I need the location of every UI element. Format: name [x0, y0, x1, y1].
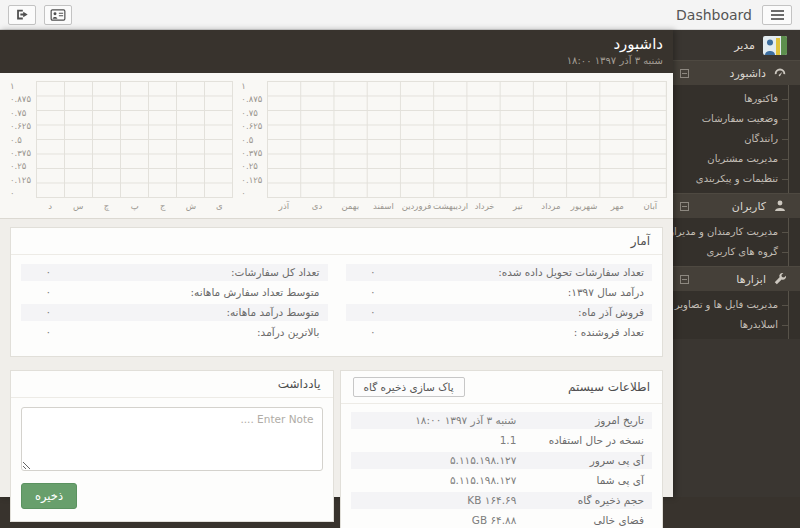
system-info-title: اطلاعات سیستم	[568, 380, 650, 394]
weekly-chart: ۱۰.۸۷۵ ۰.۷۵۰.۶۲۵ ۰.۵۰.۳۷۵ ۰.۲۵۰.۱۲۵ ۰ دس…	[6, 81, 233, 214]
stat-row: تعداد فروشنده : ۰	[346, 324, 653, 341]
logout-icon	[15, 8, 29, 21]
monthly-chart-plot	[267, 81, 667, 198]
sidebar-section-label: کاربران	[732, 200, 766, 213]
sidebar-item-settings[interactable]: تنظیمات و پیکربندی	[673, 169, 800, 189]
submenu-tools: مدیریت فایل ها و تصاویر اسلایدرها	[673, 291, 800, 339]
collapse-icon[interactable]	[680, 69, 689, 78]
stat-row: تعداد سفارشات تحویل داده شده: ۰	[346, 264, 653, 281]
system-row: فضای خالی GB ۶۴.۸۸	[351, 512, 653, 528]
stat-row: فروش آذر ماه: ۰	[346, 304, 653, 321]
stat-row: بالاترین درآمد: ۰	[21, 324, 328, 341]
avatar	[763, 36, 787, 55]
topbar: Dashboard	[0, 0, 800, 30]
system-row: آی پی شما ۵.۱۱۵.۱۹۸.۱۲۷	[351, 472, 653, 489]
collapse-icon[interactable]	[680, 202, 689, 211]
system-value: ۵.۱۱۵.۱۹۸.۱۲۷	[450, 472, 516, 489]
system-row: آی پی سرور ۵.۱۱۵.۱۹۸.۱۲۷	[351, 452, 653, 469]
sidebar-section-tools[interactable]: ابزارها	[673, 266, 800, 291]
id-card-icon	[50, 9, 66, 21]
stat-row: متوسط درآمد ماهانه: ۰	[21, 304, 328, 321]
system-info-header: اطلاعات سیستم پاک سازی ذخیره گاه	[341, 371, 663, 404]
monthly-chart: ۱۰.۸۷۵ ۰.۷۵۰.۶۲۵ ۰.۵۰.۳۷۵ ۰.۲۵۰.۱۲۵ ۰ آذ…	[237, 81, 667, 214]
stats-title: آمار	[631, 234, 650, 248]
system-value: ۵.۱۱۵.۱۹۸.۱۲۷	[450, 452, 516, 469]
gauge-icon	[773, 66, 787, 80]
system-row: تاریخ امروز شنبه ۳ آذر ۱۳۹۷ ۱۸:۰۰	[351, 412, 653, 429]
stat-value: ۰	[370, 264, 376, 281]
submenu-dashboard: فاکتورها وضعیت سفارشات رانندگان مدیریت م…	[673, 85, 800, 193]
submenu-users: مدیریت کارمندان و مدیران گروه های کاربری	[673, 218, 800, 266]
stat-row: تعداد کل سفارشات: ۰	[21, 264, 328, 281]
sidebar-item-file-manager[interactable]: مدیریت فایل ها و تصاویر	[673, 295, 800, 315]
stat-value: ۰	[46, 284, 52, 301]
user-profile[interactable]: مدیر	[673, 30, 800, 60]
system-value: KB ۱۶۴.۶۹	[467, 492, 516, 509]
sidebar-item-sliders[interactable]: اسلایدرها	[673, 315, 800, 335]
stat-value: ۰	[370, 304, 376, 321]
system-info-panel: اطلاعات سیستم پاک سازی ذخیره گاه تاریخ ا…	[340, 370, 664, 528]
stat-value: ۰	[46, 304, 52, 321]
sidebar-item-staff-admins[interactable]: مدیریت کارمندان و مدیران	[673, 222, 800, 242]
users-icon	[773, 199, 787, 213]
sidebar-item-user-groups[interactable]: گروه های کاربری	[673, 242, 800, 262]
notes-header: یادداشت	[11, 371, 333, 398]
sidebar-section-dashboard[interactable]: داشبورد	[673, 60, 800, 85]
stat-value: ۰	[46, 324, 52, 341]
note-input[interactable]	[21, 407, 323, 471]
system-row: حجم ذخیره گاه KB ۱۶۴.۶۹	[351, 492, 653, 509]
stats-panel: آمار تعداد سفارشات تحویل داده شده: ۰ درآ…	[10, 227, 663, 357]
logout-button[interactable]	[8, 5, 36, 25]
sidebar-toggle-button[interactable]	[762, 5, 792, 25]
page-date: شنبه ۳ آذر ۱۳۹۷ ۱۸:۰۰	[10, 55, 663, 66]
charts-strip: ۱۰.۸۷۵ ۰.۷۵۰.۶۲۵ ۰.۵۰.۳۷۵ ۰.۲۵۰.۱۲۵ ۰ آذ…	[0, 73, 673, 219]
collapse-icon[interactable]	[680, 275, 689, 284]
bottom-row: اطلاعات سیستم پاک سازی ذخیره گاه تاریخ ا…	[10, 370, 663, 528]
stat-value: ۰	[370, 324, 376, 341]
topbar-title: Dashboard	[676, 7, 752, 23]
sidebar-section-label: ابزارها	[736, 273, 766, 286]
clear-cache-button[interactable]: پاک سازی ذخیره گاه	[353, 377, 465, 397]
stat-row: متوسط تعداد سفارش ماهانه: ۰	[21, 284, 328, 301]
sidebar-item-drivers[interactable]: رانندگان	[673, 129, 800, 149]
tools-icon	[773, 272, 787, 286]
stat-row: درآمد سال ۱۳۹۷: ۰	[346, 284, 653, 301]
stats-panel-header: آمار	[11, 228, 662, 255]
sidebar-item-invoices[interactable]: فاکتورها	[673, 89, 800, 109]
stats-column-left: تعداد کل سفارشات: ۰ متوسط تعداد سفارش ما…	[21, 264, 328, 344]
system-value: شنبه ۳ آذر ۱۳۹۷ ۱۸:۰۰	[415, 412, 516, 429]
stats-column-right: تعداد سفارشات تحویل داده شده: ۰ درآمد سا…	[346, 264, 653, 344]
sidebar-nav: داشبورد فاکتورها وضعیت سفارشات رانندگان …	[673, 60, 800, 339]
app-window: Dashboard مدیر	[0, 0, 800, 528]
stat-value: ۰	[370, 284, 376, 301]
system-value: GB ۶۴.۸۸	[472, 512, 517, 528]
weekly-chart-y-axis: ۱۰.۸۷۵ ۰.۷۵۰.۶۲۵ ۰.۵۰.۳۷۵ ۰.۲۵۰.۱۲۵ ۰	[6, 81, 36, 198]
sidebar-section-users[interactable]: کاربران	[673, 193, 800, 218]
shell: مدیر داشبورد فاکتورها وضعیت سفارشات رانن…	[0, 30, 800, 497]
main-content: داشبورد شنبه ۳ آذر ۱۳۹۷ ۱۸:۰۰ ۱۰.۸۷۵ ۰.۷…	[0, 30, 673, 497]
monthly-chart-x-axis: آذردی بهمناسفند فروردیناردیبهشت خردادتیر…	[267, 198, 667, 214]
contacts-button[interactable]	[44, 5, 72, 25]
notes-body: ذخیره	[11, 398, 333, 521]
system-info-rows: تاریخ امروز شنبه ۳ آذر ۱۳۹۷ ۱۸:۰۰ نسخه د…	[341, 404, 663, 528]
sidebar-item-customers[interactable]: مدیریت مشتریان	[673, 149, 800, 169]
sidebar-item-order-status[interactable]: وضعیت سفارشات	[673, 109, 800, 129]
monthly-chart-y-axis: ۱۰.۸۷۵ ۰.۷۵۰.۶۲۵ ۰.۵۰.۳۷۵ ۰.۲۵۰.۱۲۵ ۰	[237, 81, 267, 198]
user-name: مدیر	[734, 39, 755, 52]
hamburger-icon	[771, 10, 784, 12]
sidebar: مدیر داشبورد فاکتورها وضعیت سفارشات رانن…	[673, 30, 800, 497]
stat-value: ۰	[46, 264, 52, 281]
weekly-chart-plot	[36, 81, 233, 198]
content-header: داشبورد شنبه ۳ آذر ۱۳۹۷ ۱۸:۰۰	[0, 30, 673, 73]
save-note-button[interactable]: ذخیره	[21, 483, 77, 509]
notes-panel: یادداشت ذخیره	[10, 370, 334, 522]
sidebar-section-label: داشبورد	[730, 67, 766, 80]
page-title: داشبورد	[10, 35, 663, 53]
weekly-chart-x-axis: دس چپ جش ی	[36, 198, 233, 214]
stats-body: تعداد سفارشات تحویل داده شده: ۰ درآمد سا…	[11, 255, 662, 356]
system-row: نسخه در حال استفاده 1.1	[351, 432, 653, 449]
system-value: 1.1	[500, 432, 517, 449]
notes-title: یادداشت	[278, 377, 321, 391]
